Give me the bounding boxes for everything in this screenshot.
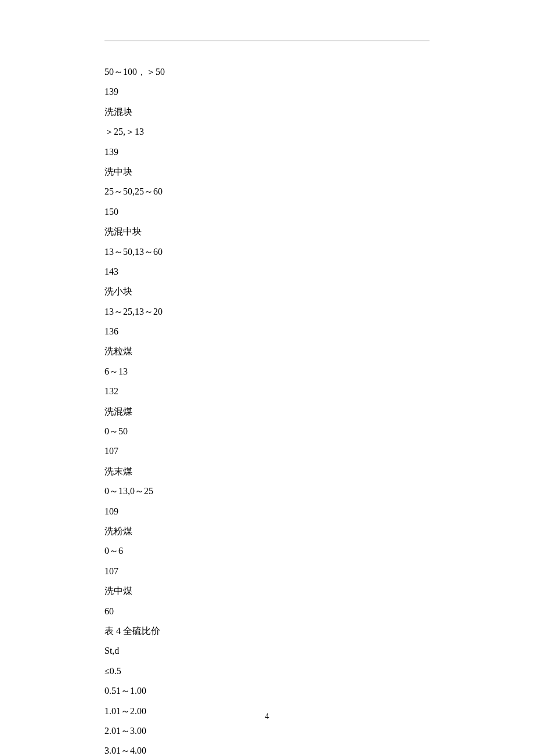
text-line: St,d [104,643,430,658]
text-line: 洗粉煤 [104,524,430,539]
text-line: 洗混中块 [104,224,430,239]
page-number: 4 [0,712,534,721]
text-line: 2.01～3.00 [104,723,430,739]
text-line: 洗中块 [104,164,430,179]
text-line: 洗小块 [104,284,430,299]
text-line: 洗末煤 [104,464,430,479]
text-line: 0.51～1.00 [104,683,430,699]
text-line: 13～25,13～20 [104,304,430,319]
text-line: 109 [104,504,430,519]
document-page: 50～100，＞50 139 洗混块 ＞25,＞13 139 洗中块 25～50… [0,0,534,756]
text-line: 洗粒煤 [104,344,430,359]
text-line: 139 [104,84,430,99]
text-line: 表 4 全硫比价 [104,624,430,639]
text-line: 139 [104,145,430,160]
text-line: 13～50,13～60 [104,244,430,260]
text-line: 6～13 [104,364,430,379]
text-line: 洗混煤 [104,404,430,419]
horizontal-rule [104,41,430,41]
text-line: 150 [104,204,430,219]
text-line: 0～50 [104,424,430,439]
text-line: 洗中煤 [104,584,430,599]
text-line: 107 [104,564,430,579]
text-line: 3.01～4.00 [104,743,430,756]
text-line: 143 [104,264,430,279]
text-line: ≤0.5 [104,664,430,679]
text-line: 60 [104,604,430,619]
text-line: 洗混块 [104,105,430,120]
body-text-block: 50～100，＞50 139 洗混块 ＞25,＞13 139 洗中块 25～50… [104,64,430,756]
text-line: 0～13,0～25 [104,484,430,499]
text-line: 132 [104,384,430,399]
text-line: 50～100，＞50 [104,64,430,80]
text-line: 25～50,25～60 [104,184,430,199]
text-line: ＞25,＞13 [104,124,430,139]
text-line: 136 [104,324,430,339]
text-line: 107 [104,444,430,459]
text-line: 0～6 [104,543,430,559]
